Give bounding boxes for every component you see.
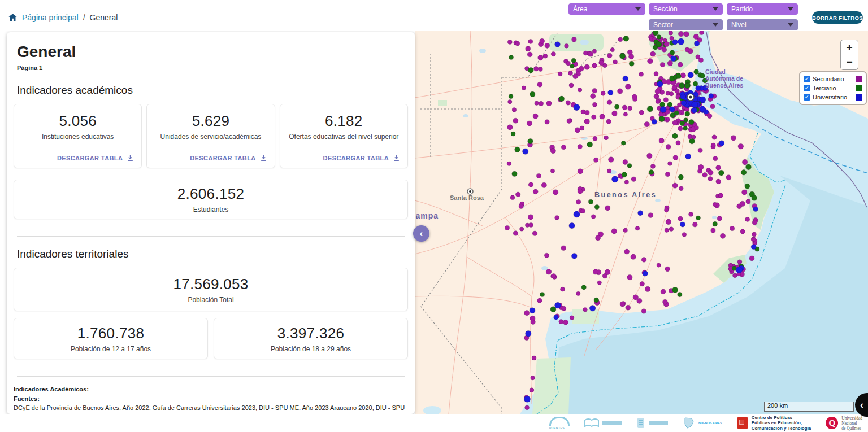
section-divider bbox=[17, 236, 405, 237]
gba-logo: BUENOS AIRES bbox=[683, 417, 722, 429]
download-table-label: DESCARGAR TABLA bbox=[57, 155, 123, 162]
filter-nivel[interactable]: Nivel bbox=[727, 19, 798, 30]
panel-collapse-button[interactable]: ‹ bbox=[413, 225, 429, 242]
legend-swatch-secundario bbox=[856, 76, 862, 82]
label-santa-rosa: Santa Rosa bbox=[450, 194, 484, 201]
filter-area[interactable]: Área bbox=[568, 3, 645, 15]
breadcrumb-separator: / bbox=[83, 13, 85, 22]
map-scale-bar: 200 km bbox=[764, 402, 854, 412]
card-value: 3.397.326 bbox=[277, 325, 344, 342]
card-label: Población Total bbox=[188, 296, 233, 304]
chevron-down-icon bbox=[788, 23, 793, 27]
svg-text:Buenos Aires: Buenos Aires bbox=[705, 82, 743, 89]
card-estudiantes: 2.606.152 Estudiantes bbox=[14, 180, 408, 219]
breadcrumb-current: General bbox=[90, 13, 118, 22]
card-label: Unidades de servicio/académicas bbox=[160, 133, 262, 141]
filter-partido[interactable]: Partido bbox=[727, 3, 798, 15]
legend-swatch-terciario bbox=[856, 85, 862, 91]
card-value: 5.629 bbox=[192, 112, 230, 130]
unq-line: de Quilmes bbox=[841, 426, 862, 431]
download-table-button[interactable]: DESCARGAR TABLA bbox=[190, 154, 267, 162]
label-buenos-aires: Buenos Aires bbox=[594, 191, 657, 199]
cpp-line: Comunicación y Tecnología bbox=[752, 426, 811, 431]
breadcrumb: Página principal / General bbox=[8, 12, 118, 22]
footnote-line1: DCyE de la Provincia de Buenos Aires. Añ… bbox=[14, 404, 405, 414]
filter-seccion-label: Sección bbox=[653, 5, 678, 13]
sources-footnote: Indicadores Académicos: Fuentes: DCyE de… bbox=[14, 385, 415, 414]
download-table-button[interactable]: DESCARGAR TABLA bbox=[323, 154, 400, 162]
legend-row-universitario: ✓ Universitario bbox=[804, 93, 862, 102]
territorial-heading: Indicadores territoriales bbox=[17, 248, 415, 260]
legend-checkbox-universitario[interactable]: ✓ bbox=[804, 94, 810, 101]
footnote-heading: Indicadores Académicos: bbox=[14, 385, 415, 394]
red-cube-icon bbox=[737, 417, 748, 429]
card-poblacion-total: 17.569.053 Población Total bbox=[14, 268, 408, 311]
filter-area-label: Área bbox=[573, 5, 587, 13]
jefatura-asesores-logo bbox=[636, 417, 668, 429]
footnote-sources-label: Fuentes: bbox=[14, 394, 415, 404]
filter-sector[interactable]: Sector bbox=[649, 19, 723, 30]
card-value: 5.056 bbox=[59, 112, 97, 130]
legend-label-universitario: Universitario bbox=[813, 94, 847, 101]
cpp-line: Públicas en Educación, bbox=[752, 420, 811, 425]
unq-logo: Q Universidad Nacional de Quilmes bbox=[826, 416, 862, 431]
filter-partido-label: Partido bbox=[731, 5, 753, 13]
clear-filters-button[interactable]: BORRAR FILTROS bbox=[812, 11, 863, 24]
map-canvas[interactable]: Santa Rosa La Pampa Buenos Aires Ciudad … bbox=[415, 31, 868, 414]
filter-sector-label: Sector bbox=[653, 21, 673, 29]
card-label: Estudiantes bbox=[193, 206, 229, 213]
indicators-panel: General Página 1 Indicadores académicos … bbox=[7, 32, 415, 414]
zoom-out-button[interactable]: − bbox=[841, 55, 858, 70]
top-bar: Página principal / General Área Sección … bbox=[0, 0, 868, 31]
card-value: 2.606.152 bbox=[177, 185, 244, 203]
download-icon bbox=[127, 154, 134, 162]
consejo-provincial-logo bbox=[584, 418, 622, 428]
logo-caption-bars bbox=[649, 420, 668, 426]
svg-text:Ciudad: Ciudad bbox=[705, 68, 726, 75]
card-poblacion-12-17: 1.760.738 Población de 12 a 17 años bbox=[14, 318, 208, 359]
legend-checkbox-secundario[interactable]: ✓ bbox=[804, 76, 810, 82]
chevron-down-icon bbox=[635, 7, 641, 11]
download-table-label: DESCARGAR TABLA bbox=[323, 155, 389, 162]
filter-nivel-label: Nivel bbox=[731, 21, 747, 29]
card-value: 6.182 bbox=[325, 112, 363, 130]
emblem-icon bbox=[636, 417, 645, 429]
puentes-bridge-icon bbox=[549, 417, 570, 426]
card-label: Ofertas educativas del nivel superior bbox=[289, 133, 398, 141]
legend-checkbox-terciario[interactable]: ✓ bbox=[804, 85, 810, 91]
gba-label: BUENOS AIRES bbox=[698, 421, 722, 425]
map-legend: ✓ Secundario ✓ Terciario ✓ Universitario bbox=[799, 71, 867, 105]
legend-label-secundario: Secundario bbox=[813, 76, 844, 82]
download-table-button[interactable]: DESCARGAR TABLA bbox=[57, 154, 134, 162]
download-icon bbox=[393, 154, 400, 162]
cpp-line: Centro de Políticas bbox=[752, 415, 811, 420]
puentes-logo: PUENTES bbox=[549, 417, 570, 430]
download-table-label: DESCARGAR TABLA bbox=[190, 155, 255, 162]
chevron-down-icon bbox=[788, 7, 793, 11]
province-map-icon bbox=[683, 417, 695, 429]
puentes-label: PUENTES bbox=[549, 426, 570, 430]
legend-row-terciario: ✓ Terciario bbox=[804, 84, 862, 93]
card-label: Población de 12 a 17 años bbox=[71, 345, 151, 353]
cpp-logo: Centro de Políticas Públicas en Educació… bbox=[737, 415, 811, 431]
card-value: 17.569.053 bbox=[173, 276, 248, 293]
unq-line: Nacional bbox=[841, 421, 862, 426]
zoom-in-button[interactable]: + bbox=[841, 40, 858, 55]
section-divider bbox=[17, 376, 405, 377]
legend-label-terciario: Terciario bbox=[813, 85, 836, 91]
card-unidades: 5.629 Unidades de servicio/académicas DE… bbox=[146, 104, 275, 168]
legend-row-secundario: ✓ Secundario bbox=[804, 75, 862, 84]
page-subtitle: Página 1 bbox=[17, 64, 415, 71]
unq-line: Universidad bbox=[841, 416, 862, 421]
breadcrumb-home-link[interactable]: Página principal bbox=[22, 13, 79, 22]
logo-caption-bars bbox=[602, 420, 622, 426]
academic-heading: Indicadores académicos bbox=[17, 84, 415, 97]
home-icon[interactable] bbox=[8, 12, 18, 22]
book-icon bbox=[584, 418, 599, 428]
footer-logo-strip: PUENTES BUENOS AIRES Centro de Políticas… bbox=[0, 414, 868, 432]
filter-seccion[interactable]: Sección bbox=[649, 3, 723, 15]
page-title: General bbox=[17, 43, 415, 60]
card-label: Población de 18 a 29 años bbox=[271, 345, 351, 353]
card-poblacion-18-29: 3.397.326 Población de 18 a 29 años bbox=[214, 318, 408, 359]
chevron-down-icon bbox=[713, 23, 718, 27]
